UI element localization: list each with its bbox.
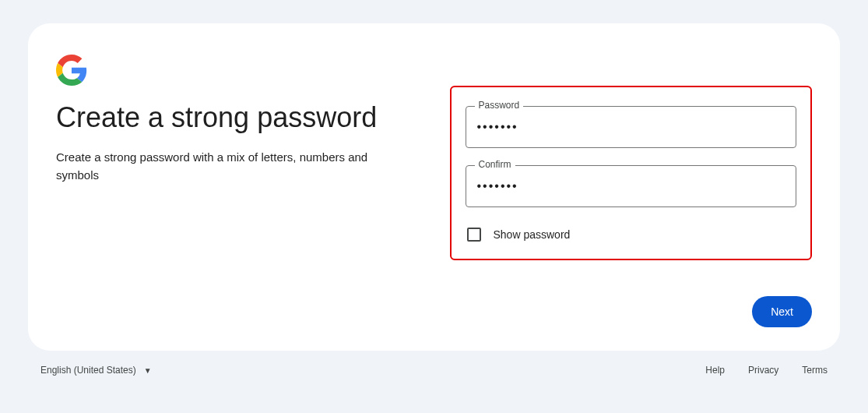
actions-row: Next (752, 296, 812, 327)
left-column: Create a strong password Create a strong… (56, 51, 419, 260)
next-button[interactable]: Next (752, 296, 812, 327)
confirm-field-wrap: Confirm (466, 165, 797, 207)
show-password-row: Show password (466, 224, 797, 242)
card-inner: Create a strong password Create a strong… (56, 51, 812, 260)
confirm-label: Confirm (475, 159, 515, 170)
signup-card: Create a strong password Create a strong… (28, 23, 840, 351)
footer: English (United States) ▼ Help Privacy T… (0, 351, 868, 376)
privacy-link[interactable]: Privacy (748, 365, 778, 376)
form-highlight-box: Password Confirm Show password (450, 86, 813, 260)
help-link[interactable]: Help (705, 365, 725, 376)
chevron-down-icon: ▼ (144, 366, 152, 375)
password-label: Password (475, 100, 524, 111)
language-selector[interactable]: English (United States) ▼ (40, 365, 152, 376)
confirm-input[interactable] (466, 165, 797, 207)
google-logo-icon (56, 55, 87, 86)
page-title: Create a strong password (56, 100, 419, 135)
footer-links: Help Privacy Terms (705, 365, 828, 376)
password-input[interactable] (466, 106, 797, 148)
password-field-wrap: Password (466, 106, 797, 148)
language-label: English (United States) (40, 365, 136, 376)
show-password-checkbox[interactable] (467, 228, 481, 242)
show-password-label: Show password (494, 228, 571, 241)
page-subtitle: Create a strong password with a mix of l… (56, 149, 383, 184)
right-column: Password Confirm Show password (450, 51, 813, 260)
terms-link[interactable]: Terms (802, 365, 828, 376)
